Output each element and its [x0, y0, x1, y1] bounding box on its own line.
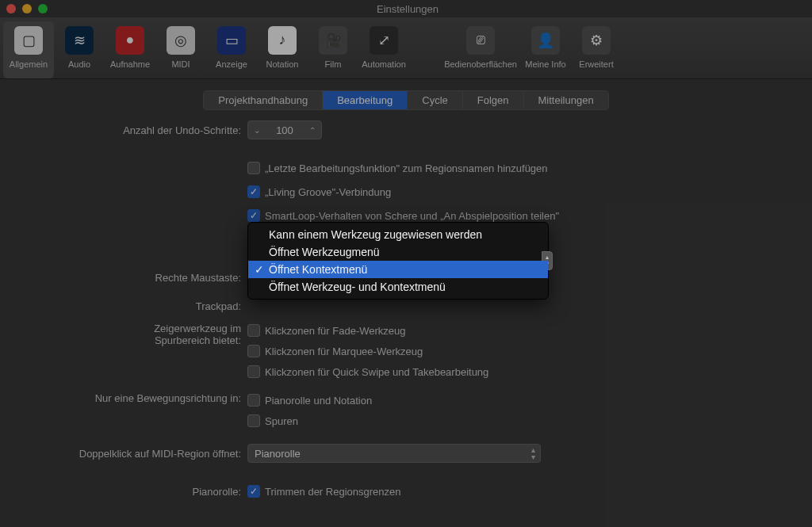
menu-item[interactable]: Kann einem Werkzeug zugewiesen werden: [248, 226, 548, 243]
right-mouse-menu: ▴▾ Kann einem Werkzeug zugewiesen werden…: [247, 222, 549, 300]
menu-item-label: Öffnet Kontextmenü: [269, 263, 367, 276]
menu-item[interactable]: Öffnet Werkzeug- und Kontextmenü: [248, 278, 548, 296]
menu-item-label: Kann einem Werkzeug zugewiesen werden: [269, 228, 482, 241]
menu-item-label: Öffnet Werkzeug- und Kontextmenü: [269, 281, 446, 293]
menu-item-label: Öffnet Werkzeugmenü: [269, 246, 380, 258]
checkmark-icon: ✓: [255, 263, 264, 276]
menu-item[interactable]: ✓Öffnet Kontextmenü: [248, 261, 548, 278]
menu-item[interactable]: Öffnet Werkzeugmenü: [248, 243, 548, 261]
